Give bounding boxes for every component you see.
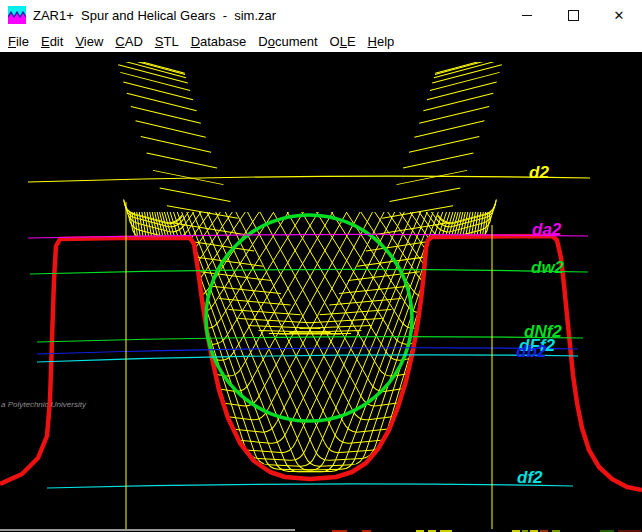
menu-item-file[interactable]: File (2, 32, 35, 51)
window-title: ZAR1+ Spur and Helical Gears - sim.zar (33, 8, 504, 23)
minimize-icon (522, 15, 532, 16)
diameter-label-db2: db2 (516, 342, 547, 361)
diameter-label-da2: da2 (532, 220, 562, 239)
menu-item-edit[interactable]: Edit (35, 32, 69, 51)
close-button[interactable]: ✕ (596, 0, 642, 30)
menu-item-database[interactable]: Database (185, 32, 253, 51)
diameter-label-d2: d2 (529, 163, 549, 182)
drawing-area: d2da2dw2dNf2dFf2db2df2 (0, 52, 642, 532)
menu-item-view[interactable]: View (69, 32, 109, 51)
app-icon (8, 6, 26, 24)
menu-item-cad[interactable]: CAD (109, 32, 148, 51)
diameter-label-df2: df2 (517, 468, 543, 487)
maximize-button[interactable] (550, 0, 596, 30)
close-icon: ✕ (614, 9, 625, 22)
maximize-icon (568, 10, 579, 21)
app-window: ZAR1+ Spur and Helical Gears - sim.zar ✕… (0, 0, 642, 532)
menu-bar: FileEditViewCADSTLDatabaseDocumentOLEHel… (0, 30, 642, 52)
title-bar: ZAR1+ Spur and Helical Gears - sim.zar ✕ (0, 0, 642, 30)
gear-drawing-canvas[interactable]: d2da2dw2dNf2dFf2db2df2 (0, 52, 642, 532)
window-controls: ✕ (504, 0, 642, 30)
diameter-label-dw2: dw2 (531, 258, 565, 277)
menu-item-document[interactable]: Document (252, 32, 323, 51)
menu-item-help[interactable]: Help (362, 32, 401, 51)
minimize-button[interactable] (504, 0, 550, 30)
menu-item-ole[interactable]: OLE (324, 32, 362, 51)
menu-item-stl[interactable]: STL (149, 32, 185, 51)
